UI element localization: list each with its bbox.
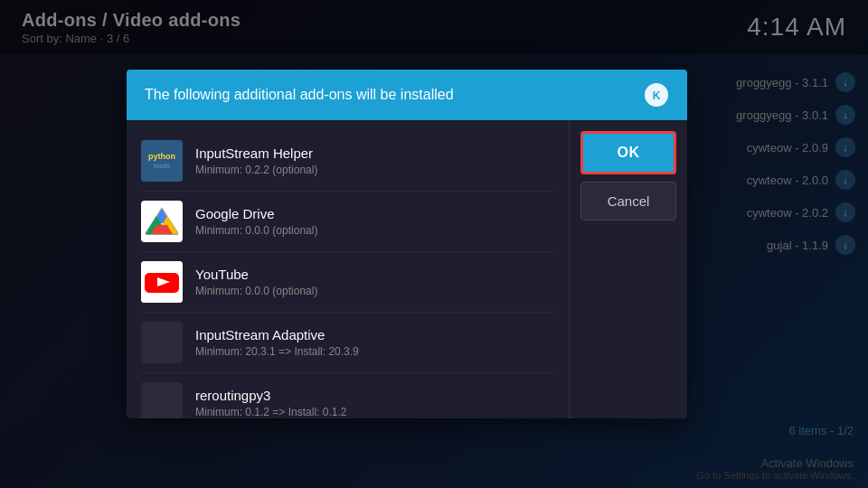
youtube-icon bbox=[141, 261, 183, 303]
addon-item-4: reroutingpy3 Minimum: 0.1.2 => Install: … bbox=[141, 373, 554, 418]
addon-item-3: InputStream Adaptive Minimum: 20.3.1 => … bbox=[141, 313, 554, 373]
gdrive-icon bbox=[141, 201, 183, 242]
addon-info-1: Google Drive Minimum: 0.0.0 (optional) bbox=[195, 206, 317, 237]
kodi-logo-icon: K bbox=[644, 82, 669, 108]
modal-actions: OK Cancel bbox=[570, 120, 687, 418]
modal-title: The following additional add-ons will be… bbox=[145, 87, 454, 103]
addon-name-0: InputStream Helper bbox=[195, 145, 317, 161]
svg-text:K: K bbox=[653, 89, 661, 102]
addon-item-0: python nuds InputStream Helper Minimum: … bbox=[141, 131, 554, 192]
addon-sub-1: Minimum: 0.0.0 (optional) bbox=[195, 224, 317, 237]
addon-name-1: Google Drive bbox=[195, 206, 317, 221]
modal-dialog: The following additional add-ons will be… bbox=[127, 70, 687, 418]
addon-item-2: YouTube Minimum: 0.0.0 (optional) bbox=[141, 252, 554, 313]
python-icon: python nuds bbox=[141, 140, 183, 182]
no-icon-3 bbox=[141, 322, 183, 363]
cancel-button[interactable]: Cancel bbox=[580, 182, 676, 221]
addon-info-2: YouTube Minimum: 0.0.0 (optional) bbox=[195, 267, 317, 297]
addon-sub-0: Minimum: 0.2.2 (optional) bbox=[195, 164, 317, 176]
no-icon-4 bbox=[141, 382, 183, 418]
addon-name-2: YouTube bbox=[195, 267, 317, 282]
addon-sub-4: Minimum: 0.1.2 => Install: 0.1.2 bbox=[195, 406, 346, 418]
modal-overlay: The following additional add-ons will be… bbox=[0, 0, 868, 488]
modal-header: The following additional add-ons will be… bbox=[127, 70, 687, 120]
addon-info-4: reroutingpy3 Minimum: 0.1.2 => Install: … bbox=[195, 388, 346, 418]
addon-sub-2: Minimum: 0.0.0 (optional) bbox=[195, 285, 317, 297]
addon-name-4: reroutingpy3 bbox=[195, 388, 346, 403]
addon-sub-3: Minimum: 20.3.1 => Install: 20.3.9 bbox=[195, 345, 359, 358]
ok-button[interactable]: OK bbox=[580, 131, 676, 174]
addon-name-3: InputStream Adaptive bbox=[195, 327, 359, 343]
addon-item-1: Google Drive Minimum: 0.0.0 (optional) bbox=[141, 192, 554, 252]
addon-info-0: InputStream Helper Minimum: 0.2.2 (optio… bbox=[195, 145, 317, 176]
addon-list: python nuds InputStream Helper Minimum: … bbox=[127, 120, 570, 418]
addon-info-3: InputStream Adaptive Minimum: 20.3.1 => … bbox=[195, 327, 359, 358]
modal-body: python nuds InputStream Helper Minimum: … bbox=[127, 120, 687, 418]
